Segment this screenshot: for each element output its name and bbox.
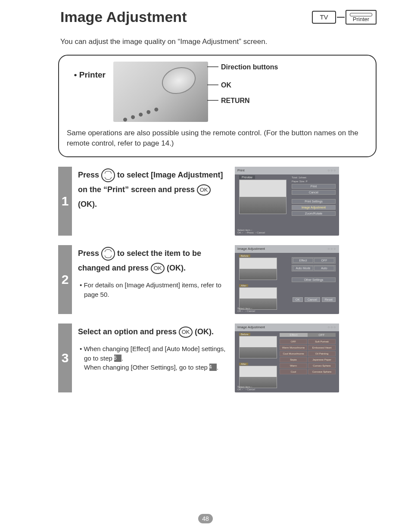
ok-button-icon: OK bbox=[197, 184, 211, 196]
direction-button-icon bbox=[101, 168, 115, 182]
step-2-screenshot: Image Adjustment○○○ Before After EffectO… bbox=[235, 245, 339, 314]
step-2: 2 Press to select the item to be changed… bbox=[58, 245, 377, 314]
connector-line bbox=[337, 17, 345, 18]
page-number: 48 bbox=[198, 514, 213, 523]
printer-photo bbox=[113, 62, 208, 122]
step-number-2: 2 bbox=[58, 245, 72, 314]
step-1: 1 Press to select [Image Adjustment] on … bbox=[58, 167, 377, 236]
step-number-3: 3 bbox=[58, 324, 72, 392]
printer-panel: • Printer Direction buttons OK RETURN Sa… bbox=[58, 55, 377, 157]
direction-button-icon bbox=[101, 247, 115, 261]
step-ref-icon: 6 bbox=[114, 355, 121, 362]
tv-box: TV bbox=[312, 11, 336, 24]
intro-text: You can adjust the image quality on “Ima… bbox=[60, 37, 377, 46]
step-2-text: Press to select the item to be changed a… bbox=[78, 245, 229, 314]
callout-direction-buttons: Direction buttons bbox=[221, 63, 278, 71]
ok-button-icon: OK bbox=[179, 327, 193, 338]
step-number-1: 1 bbox=[58, 167, 72, 236]
step-1-text: Press to select [Image Adjustment] on th… bbox=[78, 167, 229, 236]
step-3-screenshot: Image Adjustment○○○ Before After Effect … bbox=[235, 324, 339, 392]
callout-return: RETURN bbox=[221, 97, 250, 105]
printer-note: Same operations are also possible using … bbox=[67, 128, 368, 149]
step-3-text: Select an option and press OK (OK). • Wh… bbox=[78, 324, 229, 392]
printer-bullet-label: • Printer bbox=[67, 70, 106, 80]
step-ref-icon: 4 bbox=[209, 364, 217, 371]
tv-printer-diagram: TV Printer bbox=[312, 10, 377, 25]
ok-button-icon: OK bbox=[151, 263, 165, 274]
step-3: 3 Select an option and press OK (OK). • … bbox=[58, 324, 377, 392]
step-3-note: • When changing [Effect] and [Auto Mode]… bbox=[78, 344, 229, 372]
callout-ok: OK bbox=[221, 81, 231, 89]
printer-callouts: Direction buttons OK RETURN bbox=[216, 62, 302, 122]
step-2-note: • For details on [Image Adjustment] item… bbox=[78, 280, 229, 299]
step-1-screenshot: Print○○○ Preview Total: 1sheet Paper Siz… bbox=[235, 167, 339, 236]
page-title: Image Adjustment bbox=[60, 9, 187, 25]
printer-box: Printer bbox=[346, 10, 377, 25]
